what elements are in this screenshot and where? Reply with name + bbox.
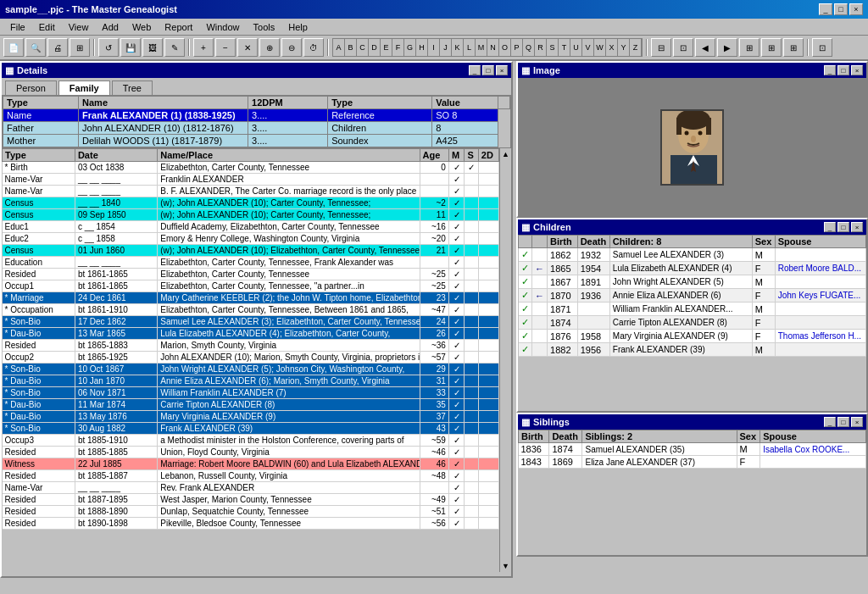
alpha-S[interactable]: S	[547, 39, 559, 56]
alpha-K[interactable]: K	[452, 39, 464, 56]
children-row[interactable]: ✓ 1862 1932 Samuel Lee ALEXANDER (3) M	[519, 248, 866, 262]
event-row[interactable]: Occup3 bt 1885-1910 a Methodist minister…	[3, 435, 499, 447]
menu-edit[interactable]: Edit	[32, 20, 62, 34]
menu-tools[interactable]: Tools	[247, 20, 282, 34]
event-row[interactable]: * Marriage 24 Dec 1861 Mary Catherine KE…	[3, 292, 499, 304]
alpha-J[interactable]: J	[440, 39, 452, 56]
tb-search[interactable]: 🔍	[25, 38, 46, 57]
tb-extra2[interactable]: ⊡	[673, 38, 693, 57]
event-row[interactable]: Resided bt 1861-1865 Elizabethton, Carte…	[3, 269, 499, 280]
scroll-down-arrow[interactable]: ▼	[502, 562, 509, 570]
alpha-D[interactable]: D	[369, 39, 381, 56]
tb-extra6[interactable]: ⊞	[761, 38, 782, 57]
children-row[interactable]: ✓ 1882 1956 Frank ALEXANDER (39) M	[519, 343, 866, 357]
tb-clock[interactable]: ⏱	[303, 38, 324, 57]
event-row[interactable]: Name-Var __ __ ____ Franklin ALEXANDER ✓	[3, 174, 499, 186]
tb-refresh[interactable]: ↺	[98, 38, 119, 57]
children-close[interactable]: ×	[851, 222, 863, 232]
alpha-V[interactable]: V	[582, 39, 594, 56]
tb-extra3[interactable]: ◀	[695, 38, 715, 57]
tb-x[interactable]: ✕	[237, 38, 258, 57]
menu-add[interactable]: Add	[95, 20, 125, 34]
children-row[interactable]: ✓ 1867 1891 John Wright ALEXANDER (5) M	[519, 275, 866, 289]
event-row[interactable]: Resided bt 1885-1885 Union, Floyd County…	[3, 447, 499, 458]
event-row[interactable]: Census 01 Jun 1860 (w); John ALEXANDER (…	[3, 245, 499, 257]
alpha-E[interactable]: E	[381, 39, 392, 56]
details-close[interactable]: ×	[496, 65, 508, 75]
alpha-H[interactable]: H	[416, 39, 428, 56]
alpha-I[interactable]: I	[428, 39, 440, 56]
alpha-W[interactable]: W	[594, 39, 606, 56]
alpha-B[interactable]: B	[345, 39, 357, 56]
image-minimize[interactable]: _	[824, 65, 836, 75]
table-row[interactable]: Father John ALEXANDER (10) (1812-1876) 3…	[3, 122, 510, 135]
tab-person[interactable]: Person	[5, 80, 57, 95]
event-row[interactable]: * Son-Bio 10 Oct 1867 John Wright ALEXAN…	[3, 364, 499, 375]
table-row[interactable]: Mother Delilah WOODS (11) (1817-1879) 3.…	[3, 135, 510, 147]
event-row[interactable]: Occup1 bt 1861-1865 Elizabethton, Carter…	[3, 280, 499, 292]
event-row[interactable]: Education __ __ ____ Elizabethton, Carte…	[3, 257, 499, 269]
menu-web[interactable]: Web	[125, 20, 158, 34]
alpha-Z[interactable]: Z	[630, 39, 642, 56]
menu-report[interactable]: Report	[158, 20, 199, 34]
tb-last1[interactable]: ⊡	[812, 38, 832, 57]
children-maximize[interactable]: □	[837, 222, 849, 232]
alpha-L[interactable]: L	[464, 39, 476, 56]
tb-zoom-out[interactable]: ⊖	[281, 38, 302, 57]
table-row[interactable]: Name Frank ALEXANDER (1) (1838-1925) 3..…	[3, 109, 510, 122]
alpha-O[interactable]: O	[499, 39, 511, 56]
alpha-A[interactable]: A	[333, 39, 345, 56]
tb-extra7[interactable]: ⊞	[783, 38, 804, 57]
alpha-X[interactable]: X	[606, 39, 618, 56]
scroll-up-arrow[interactable]: ▲	[502, 150, 509, 158]
alpha-C[interactable]: C	[357, 39, 369, 56]
tb-extra4[interactable]: ▶	[717, 38, 737, 57]
alpha-Q[interactable]: Q	[523, 39, 535, 56]
event-row[interactable]: Witness 22 Jul 1885 Marriage: Robert Moo…	[3, 458, 499, 470]
tb-save[interactable]: 💾	[120, 38, 141, 57]
event-row[interactable]: Educ1 c __ 1854 Duffield Academy, Elizab…	[3, 221, 499, 233]
event-row[interactable]: Census __ __ 1840 (w); John ALEXANDER (1…	[3, 197, 499, 209]
tb-img[interactable]: 🖼	[142, 38, 163, 57]
siblings-close[interactable]: ×	[851, 417, 863, 427]
event-row[interactable]: Resided bt 1885-1887 Lebanon, Russell Co…	[3, 470, 499, 482]
alpha-P[interactable]: P	[511, 39, 523, 56]
event-row[interactable]: Resided bt 1887-1895 West Jasper, Marion…	[3, 494, 499, 506]
children-row[interactable]: ✓ ← 1865 1954 Lula Elizabeth ALEXANDER (…	[519, 262, 866, 275]
close-button[interactable]: ×	[849, 3, 863, 15]
minimize-button[interactable]: _	[819, 3, 832, 15]
image-close[interactable]: ×	[851, 65, 863, 75]
menu-window[interactable]: Window	[199, 20, 246, 34]
event-row[interactable]: Resided bt 1890-1898 Pikeville, Bledsoe …	[3, 518, 499, 530]
tb-btn8[interactable]: ✎	[164, 38, 185, 57]
menu-view[interactable]: View	[62, 20, 96, 34]
event-row[interactable]: * Son-Bio 30 Aug 1882 Frank ALEXANDER (3…	[3, 423, 499, 435]
tb-extra1[interactable]: ⊟	[651, 38, 671, 57]
event-row[interactable]: * Dau-Bio 10 Jan 1870 Annie Eliza ALEXAN…	[3, 375, 499, 387]
siblings-maximize[interactable]: □	[837, 417, 849, 427]
image-maximize[interactable]: □	[837, 65, 849, 75]
event-row[interactable]: * Son-Bio 17 Dec 1862 Samuel Lee ALEXAND…	[3, 316, 499, 328]
event-row[interactable]: Name-Var __ __ ____ B. F. ALEXANDER, The…	[3, 186, 499, 197]
event-row[interactable]: * Occupation bt 1861-1910 Elizabethton, …	[3, 304, 499, 316]
children-row[interactable]: ✓ ← 1870 1936 Annie Eliza ALEXANDER (6) …	[519, 289, 866, 303]
children-row[interactable]: ✓ 1876 1958 Mary Virginia ALEXANDER (9) …	[519, 330, 866, 343]
tab-family[interactable]: Family	[58, 80, 110, 95]
event-row[interactable]: Occup2 bt 1865-1925 John ALEXANDER (10);…	[3, 352, 499, 364]
event-row[interactable]: Census 09 Sep 1850 (w); John ALEXANDER (…	[3, 209, 499, 221]
vertical-scrollbar[interactable]: ▲ ▼	[499, 148, 511, 572]
sibling-row[interactable]: 1836 1874 Samuel ALEXANDER (35) M Isabel…	[519, 443, 866, 456]
alpha-F[interactable]: F	[392, 39, 404, 56]
tab-tree[interactable]: Tree	[112, 80, 153, 95]
alpha-U[interactable]: U	[570, 39, 582, 56]
details-minimize[interactable]: _	[469, 65, 481, 75]
details-maximize[interactable]: □	[482, 65, 494, 75]
event-row[interactable]: Resided bt 1888-1890 Dunlap, Sequatchie …	[3, 506, 499, 518]
children-minimize[interactable]: _	[824, 222, 836, 232]
alpha-M[interactable]: M	[476, 39, 487, 56]
menu-file[interactable]: File	[3, 20, 32, 34]
alpha-G[interactable]: G	[404, 39, 416, 56]
event-row[interactable]: * Dau-Bio 11 Mar 1874 Carrie Tipton ALEX…	[3, 399, 499, 411]
event-row[interactable]: Educ2 c __ 1858 Emory & Henry College, W…	[3, 233, 499, 245]
children-row[interactable]: ✓ 1871 William Franklin ALEXANDER... M	[519, 303, 866, 316]
